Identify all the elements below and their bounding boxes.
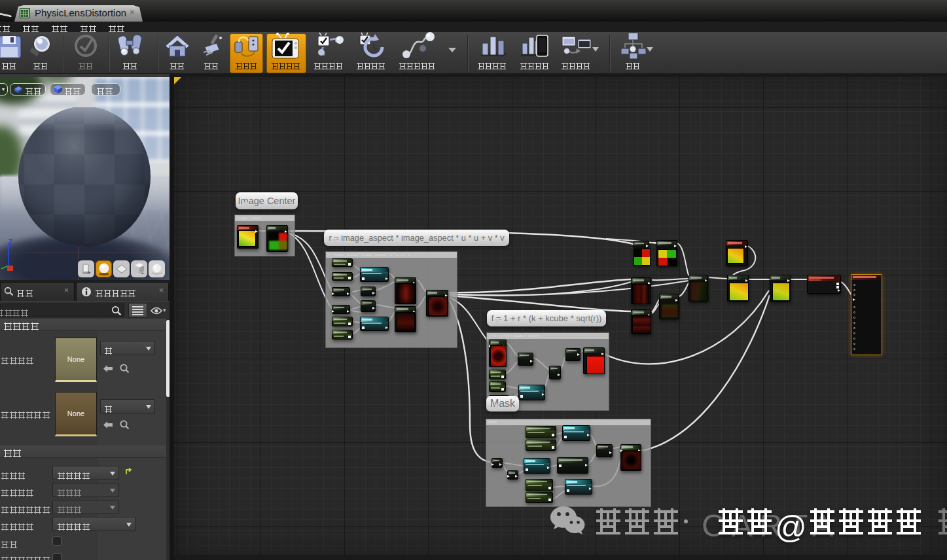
svg-text:Z: Z [8,237,12,247]
